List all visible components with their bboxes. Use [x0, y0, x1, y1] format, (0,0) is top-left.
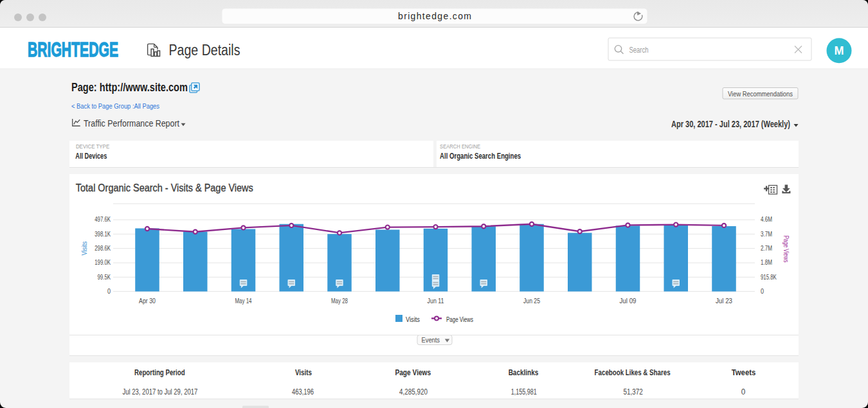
svg-text:298.6K: 298.6K: [95, 245, 111, 252]
svg-text:SEARCH ENGINE: SEARCH ENGINE: [440, 143, 480, 150]
svg-text:4.6M: 4.6M: [761, 216, 772, 223]
svg-text:199.0K: 199.0K: [95, 259, 111, 266]
svg-text:Tweets: Tweets: [732, 368, 756, 377]
svg-text:Page Views: Page Views: [782, 236, 790, 263]
svg-text:Jul 23: Jul 23: [716, 297, 732, 305]
svg-text:Backlinks: Backlinks: [509, 368, 539, 377]
svg-text:Search: Search: [629, 46, 649, 55]
svg-text:Jul 23, 2017 to Jul 29, 2017: Jul 23, 2017 to Jul 29, 2017: [122, 387, 197, 396]
svg-text:Traffic Performance Report: Traffic Performance Report: [84, 118, 180, 129]
svg-text:915.8K: 915.8K: [761, 274, 777, 281]
svg-text:99.5K: 99.5K: [98, 274, 111, 281]
svg-text:Page Details: Page Details: [169, 42, 240, 58]
svg-text:Jun 11: Jun 11: [428, 297, 444, 305]
svg-text:Jun 25: Jun 25: [523, 297, 540, 305]
svg-text:1.8M: 1.8M: [761, 259, 772, 266]
svg-text:Visits: Visits: [295, 368, 312, 377]
svg-text:Visits: Visits: [80, 241, 88, 255]
svg-text:1,155,981: 1,155,981: [511, 387, 537, 396]
svg-text:2.7M: 2.7M: [761, 245, 772, 252]
svg-text:0: 0: [741, 387, 746, 396]
svg-text:View Recommendations: View Recommendations: [728, 90, 793, 98]
svg-text:51,372: 51,372: [624, 387, 643, 396]
svg-text:3.7M: 3.7M: [761, 231, 772, 238]
svg-text:Events: Events: [422, 336, 440, 344]
svg-text:< Back to Page Group :All Page: < Back to Page Group :All Pages: [71, 102, 159, 110]
svg-text:M: M: [835, 44, 844, 57]
svg-text:Total Organic Search - Visits: Total Organic Search - Visits & Page Vie…: [76, 182, 253, 193]
svg-text:497.6K: 497.6K: [95, 216, 111, 223]
svg-text:Apr 30: Apr 30: [139, 297, 156, 305]
svg-text:May 28: May 28: [331, 297, 348, 305]
svg-text:0: 0: [107, 288, 111, 295]
svg-text:Page Views: Page Views: [446, 315, 473, 323]
svg-text:Reporting Period: Reporting Period: [134, 368, 185, 377]
svg-text:DEVICE TYPE: DEVICE TYPE: [76, 143, 109, 150]
svg-text:May 14: May 14: [235, 297, 252, 305]
svg-text:Page: http://www.site.com: Page: http://www.site.com: [71, 81, 188, 94]
svg-text:All Organic Search Engines: All Organic Search Engines: [440, 152, 521, 161]
svg-text:398.1K: 398.1K: [95, 231, 111, 238]
svg-text:BRIGHTEDGE: BRIGHTEDGE: [28, 39, 118, 61]
svg-text:4,285,920: 4,285,920: [399, 387, 428, 396]
svg-text:brightedge.com: brightedge.com: [398, 11, 471, 21]
svg-text:Facebook Likes & Shares: Facebook Likes & Shares: [595, 368, 671, 377]
svg-text:0: 0: [761, 288, 764, 295]
svg-text:Visits: Visits: [406, 315, 420, 323]
svg-text:Apr 30, 2017 - Jul 23, 2017 (W: Apr 30, 2017 - Jul 23, 2017 (Weekly): [671, 118, 790, 129]
svg-text:463,196: 463,196: [292, 387, 314, 396]
svg-text:All Devices: All Devices: [75, 152, 107, 161]
svg-text:Page Views: Page Views: [395, 368, 431, 377]
svg-text:Jul 09: Jul 09: [620, 297, 637, 305]
